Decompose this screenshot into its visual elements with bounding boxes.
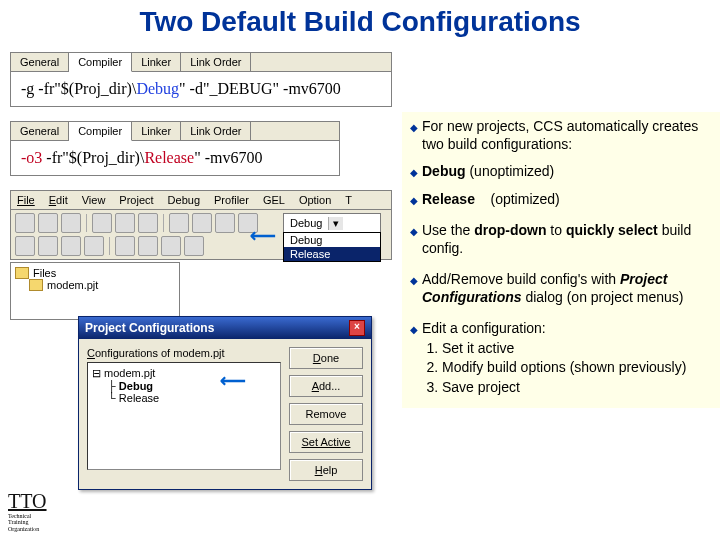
dialog-titlebar: Project Configurations × (79, 317, 371, 339)
dropdown-option[interactable]: Debug (284, 233, 380, 247)
menu-debug[interactable]: Debug (168, 194, 200, 206)
bullet-icon: ◆ (410, 122, 418, 135)
txt: (unoptimized) (466, 163, 555, 179)
tb-btn[interactable] (161, 236, 181, 256)
tab-compiler[interactable]: Compiler (69, 122, 132, 141)
tb-btn[interactable] (115, 213, 135, 233)
txt: Add/Remove build config's with (422, 271, 620, 287)
txt: -g -fr"$(Proj_dir)\ (21, 80, 136, 97)
separator (86, 214, 87, 232)
dropdown-value: Debug (284, 217, 328, 229)
tb-btn[interactable] (61, 236, 81, 256)
tab-compiler[interactable]: Compiler (69, 53, 132, 72)
kw-debug: Debug (136, 80, 179, 97)
bullet: ◆Use the drop-down to quickly select bui… (422, 222, 716, 257)
txt: dialog (on project menus) (522, 289, 684, 305)
tb-btn[interactable] (138, 236, 158, 256)
txt: (optimized) (475, 191, 560, 207)
list-item: Save project (442, 379, 716, 397)
menu-option[interactable]: Option (299, 194, 331, 206)
toolbar: Debug ▾ Debug Release (10, 210, 392, 260)
tb-btn[interactable] (215, 213, 235, 233)
tabs: General Compiler Linker Link Order (10, 121, 340, 140)
bullet-icon: ◆ (410, 324, 418, 337)
label: modem.pjt (47, 279, 98, 291)
list-item: Modify build options (shown previously) (442, 359, 716, 377)
tree-root[interactable]: ⊟ modem.pjt (92, 367, 276, 380)
tree-item[interactable]: └ Release (108, 392, 276, 404)
menu-project[interactable]: Project (119, 194, 153, 206)
logo-sub: Organization (8, 526, 47, 532)
bullet: ◆Debug (unoptimized) (422, 163, 716, 181)
tree-item[interactable]: ├ Debug (108, 380, 276, 392)
txt: Edit a configuration: (422, 320, 546, 336)
tab-linker[interactable]: Linker (132, 122, 181, 140)
project-tree: Files modem.pjt (10, 262, 180, 320)
tree-item[interactable]: modem.pjt (29, 279, 175, 291)
bullet: ◆Edit a configuration: (422, 320, 716, 338)
tb-btn[interactable] (15, 236, 35, 256)
txt: " -d"_DEBUG" -mv6700 (179, 80, 341, 97)
list-item: Set it active (442, 340, 716, 358)
tab-linkorder[interactable]: Link Order (181, 122, 251, 140)
add-button[interactable]: Add... (289, 375, 363, 397)
tb-btn[interactable] (115, 236, 135, 256)
remove-button[interactable]: Remove (289, 403, 363, 425)
compiler-options-debug: -g -fr"$(Proj_dir)\Debug" -d"_DEBUG" -mv… (10, 71, 392, 107)
tab-linkorder[interactable]: Link Order (181, 53, 251, 71)
chevron-down-icon: ▾ (328, 217, 343, 230)
project-configurations-dialog: Project Configurations × Configurations … (78, 316, 372, 490)
txt: modem.pjt (104, 367, 155, 379)
txt: Release (119, 392, 159, 404)
tab-general[interactable]: General (11, 53, 69, 71)
bullet: ◆Release (optimized) (422, 191, 716, 209)
tb-btn[interactable] (84, 236, 104, 256)
kw-release: Release (144, 149, 194, 166)
txt: modem.pjt (173, 347, 224, 359)
tb-btn[interactable] (61, 213, 81, 233)
setactive-button[interactable]: Set Active (289, 431, 363, 453)
tb-btn[interactable] (169, 213, 189, 233)
tb-btn[interactable] (38, 236, 58, 256)
menu-t[interactable]: T (345, 194, 352, 206)
txt: -fr"$(Proj_dir)\ (42, 149, 144, 166)
txt: For new projects, CCS automatically crea… (422, 118, 698, 152)
tree-root[interactable]: Files (15, 267, 175, 279)
tab-linker[interactable]: Linker (132, 53, 181, 71)
folder-icon (29, 279, 43, 291)
tb-btn[interactable] (138, 213, 158, 233)
tb-btn[interactable] (92, 213, 112, 233)
config-tree[interactable]: ⊟ modem.pjt ├ Debug └ Release (87, 362, 281, 470)
numbered-list: Set it active Modify build options (show… (442, 340, 716, 397)
txt: Debug (119, 380, 153, 392)
bullet-icon: ◆ (410, 275, 418, 288)
dialog-title: Project Configurations (85, 321, 214, 335)
txt: Debug (422, 163, 466, 179)
bullet-list: ◆For new projects, CCS automatically cre… (402, 112, 720, 408)
menu-file[interactable]: File (17, 194, 35, 206)
tb-btn[interactable] (184, 236, 204, 256)
compiler-options-release: -o3 -fr"$(Proj_dir)\Release" -mv6700 (10, 140, 340, 176)
config-dropdown[interactable]: Debug ▾ Debug Release (283, 213, 381, 233)
txt: " -mv6700 (194, 149, 262, 166)
menu-view[interactable]: View (82, 194, 106, 206)
tabs: General Compiler Linker Link Order (10, 52, 392, 71)
tab-general[interactable]: General (11, 122, 69, 140)
logo-text: TTO (8, 490, 47, 513)
tb-btn[interactable] (38, 213, 58, 233)
close-icon[interactable]: × (349, 320, 365, 336)
tb-btn[interactable] (15, 213, 35, 233)
done-button[interactable]: Done (289, 347, 363, 369)
ide-window: File Edit View Project Debug Profiler GE… (10, 190, 392, 320)
dropdown-option[interactable]: Release (284, 247, 380, 261)
bullet-icon: ◆ (410, 195, 418, 208)
menu-edit[interactable]: Edit (49, 194, 68, 206)
buildopts-debug: General Compiler Linker Link Order -g -f… (10, 52, 392, 107)
menu-profiler[interactable]: Profiler (214, 194, 249, 206)
bullet: ◆For new projects, CCS automatically cre… (422, 118, 716, 153)
tb-btn[interactable] (192, 213, 212, 233)
menu-gel[interactable]: GEL (263, 194, 285, 206)
help-button[interactable]: Help (289, 459, 363, 481)
bullet: ◆Add/Remove build config's with Project … (422, 271, 716, 306)
separator (163, 214, 164, 232)
